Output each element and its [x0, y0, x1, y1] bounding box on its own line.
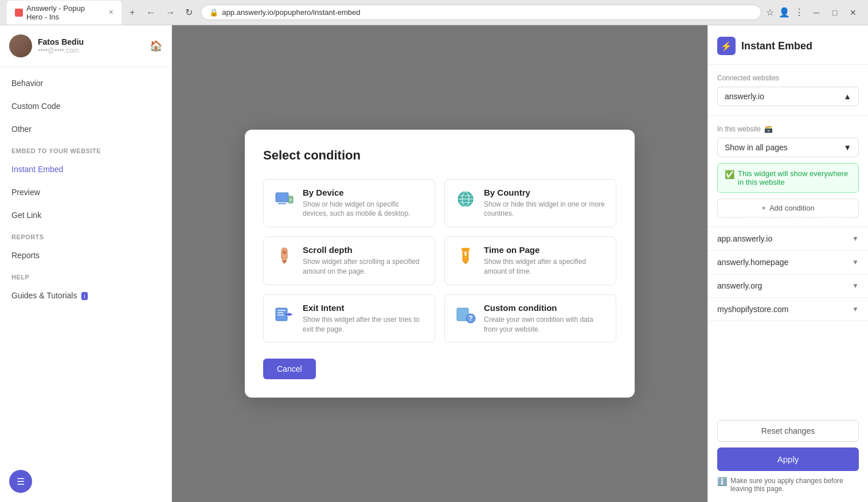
sidebar-item-get-link[interactable]: Get Link	[0, 204, 171, 227]
minimize-btn[interactable]: ─	[808, 7, 824, 18]
maximize-btn[interactable]: □	[827, 7, 843, 18]
address-bar[interactable]: 🔒 app.answerly.io/popuphero/instant-embe…	[201, 5, 761, 20]
tab-close-btn[interactable]: ✕	[108, 9, 114, 16]
condition-card-scroll-depth[interactable]: Scroll depth Show widget after scrolling…	[263, 236, 435, 285]
svg-rect-0	[276, 193, 288, 202]
url-text: app.answerly.io/popuphero/instant-embed	[222, 8, 360, 17]
website-item-app-answerly[interactable]: app.answerly.io ▼	[708, 227, 868, 251]
instant-embed-icon: ⚡	[717, 37, 736, 55]
condition-title: By Country	[484, 188, 607, 197]
sidebar-item-guides[interactable]: Guides & Tutorials i	[0, 284, 171, 307]
website-item-myshopify[interactable]: myshopifystore.com ▼	[708, 298, 868, 321]
sidebar-item-label: Other	[11, 124, 32, 134]
modal-overlay: Select condition	[172, 25, 707, 502]
sidebar-item-other[interactable]: Other	[0, 118, 171, 141]
in-this-website-text: In this website	[717, 125, 761, 133]
lock-icon: 🔒	[209, 8, 218, 17]
user-info: Fatos Bediu ••••@••••.com	[38, 37, 144, 55]
scroll-icon	[273, 245, 296, 268]
home-icon[interactable]: 🏠	[150, 40, 162, 52]
condition-desc: Create your own condition with data from…	[484, 315, 607, 334]
panel-header: ⚡ Instant Embed	[708, 25, 868, 65]
user-email: ••••@••••.com	[38, 46, 144, 55]
website-item-answerly-org[interactable]: answerly.org ▼	[708, 274, 868, 298]
hamburger-btn[interactable]: ☰	[9, 470, 32, 493]
condition-card-by-device[interactable]: By Device Show or hide widget on specifi…	[263, 179, 435, 228]
condition-title: Scroll depth	[303, 245, 425, 255]
add-condition-label: Add condition	[769, 204, 815, 212]
sidebar-item-label: Reports	[11, 251, 40, 260]
sidebar-item-label: Guides & Tutorials	[11, 291, 77, 300]
sidebar-item-reports[interactable]: Reports	[0, 244, 171, 267]
condition-desc: Show this widget after a specified amoun…	[484, 257, 607, 277]
reset-changes-btn[interactable]: Reset changes	[717, 420, 859, 442]
website-name: answerly.org	[717, 281, 762, 290]
sidebar-item-instant-embed[interactable]: Instant Embed	[0, 158, 171, 181]
show-in-all-pages-dropdown[interactable]: Show in all pages ▼	[717, 138, 859, 157]
success-icon: ✅	[725, 170, 734, 179]
svg-rect-18	[277, 314, 284, 316]
chevron-down-icon: ▼	[852, 282, 859, 290]
browser-controls: ← → ↻	[143, 5, 196, 20]
close-btn[interactable]: ✕	[845, 7, 861, 18]
sidebar-item-custom-code[interactable]: Custom Code	[0, 95, 171, 118]
profile-icon[interactable]: 👤	[779, 7, 790, 18]
in-this-website-section: In this website 🗃️ Show in all pages ▼ ✅…	[708, 116, 868, 227]
country-icon	[454, 188, 477, 211]
condition-card-by-country[interactable]: By Country Show or hide this widget in o…	[444, 179, 616, 228]
exit-icon	[273, 303, 296, 326]
apply-btn[interactable]: Apply	[717, 447, 859, 471]
chevron-up-icon: ▲	[843, 92, 851, 101]
panel-actions: Reset changes Apply ℹ️ Make sure you app…	[708, 411, 868, 502]
browser-win-controls: ─ □ ✕	[808, 7, 861, 18]
add-condition-btn[interactable]: + Add condition	[717, 199, 859, 217]
sidebar-item-label: Preview	[11, 188, 40, 197]
condition-desc: Show this widget after the user tries to…	[303, 315, 425, 334]
condition-desc: Show or hide this widget in one or more …	[484, 200, 607, 219]
sidebar-item-behavior[interactable]: Behavior	[0, 72, 171, 95]
condition-title: Time on Page	[484, 245, 607, 255]
svg-point-14	[464, 262, 467, 264]
success-message: ✅ This widget will show everywhere in th…	[717, 163, 859, 193]
menu-icon[interactable]: ⋮	[795, 7, 804, 18]
app-body: Fatos Bediu ••••@••••.com 🏠 Behavior Cus…	[0, 25, 868, 502]
sidebar-item-preview[interactable]: Preview	[0, 181, 171, 204]
tab-favicon	[15, 9, 23, 17]
chevron-down-icon: ▼	[852, 235, 859, 243]
bookmark-icon[interactable]: ☆	[766, 7, 774, 18]
svg-rect-17	[277, 312, 283, 313]
back-btn[interactable]: ←	[143, 5, 159, 20]
cancel-button[interactable]: Cancel	[263, 359, 316, 379]
time-icon	[454, 245, 477, 268]
condition-title: By Device	[303, 188, 425, 197]
svg-text:?: ?	[468, 314, 472, 322]
user-name: Fatos Bediu	[38, 37, 144, 46]
chevron-down-icon: ▼	[852, 258, 859, 266]
website-dropdown[interactable]: answerly.io ▲	[717, 87, 859, 106]
condition-card-exit-intent[interactable]: Exit Intent Show this widget after the u…	[263, 294, 435, 343]
website-item-answerly-homepage[interactable]: answerly.homepage ▼	[708, 251, 868, 274]
condition-desc: Show widget after scrolling a specified …	[303, 257, 425, 277]
plus-icon: +	[761, 204, 766, 212]
condition-title: Exit Intent	[303, 303, 425, 313]
new-tab-btn[interactable]: +	[126, 6, 138, 19]
condition-card-content: By Device Show or hide widget on specifi…	[303, 188, 425, 219]
panel-title: Instant Embed	[741, 40, 812, 52]
chevron-down-icon: ▼	[852, 305, 859, 313]
condition-card-custom[interactable]: ? Custom condition Create your own condi…	[444, 294, 616, 343]
reload-btn[interactable]: ↻	[182, 5, 196, 20]
condition-card-time-on-page[interactable]: Time on Page Show this widget after a sp…	[444, 236, 616, 285]
browser-chrome: Answerly - Popup Hero - Ins ✕ + ← → ↻ 🔒 …	[0, 0, 868, 25]
forward-btn[interactable]: →	[162, 5, 178, 20]
embed-section-label: EMBED TO YOUR WEBSITE	[0, 141, 171, 158]
condition-title: Custom condition	[484, 303, 607, 313]
browser-actions: ☆ 👤 ⋮	[766, 7, 804, 18]
main-content: ✕ Submit Built with ⚡ Popup Hero Select …	[172, 25, 707, 502]
chevron-down-icon: ▼	[843, 143, 851, 152]
browser-tab[interactable]: Answerly - Popup Hero - Ins ✕	[7, 1, 122, 25]
condition-desc: Show or hide widget on specific devices,…	[303, 200, 425, 219]
avatar	[9, 34, 32, 57]
website-name: myshopifystore.com	[717, 305, 788, 314]
right-panel: ⚡ Instant Embed Connected websites answe…	[707, 25, 868, 502]
sidebar: Fatos Bediu ••••@••••.com 🏠 Behavior Cus…	[0, 25, 172, 502]
